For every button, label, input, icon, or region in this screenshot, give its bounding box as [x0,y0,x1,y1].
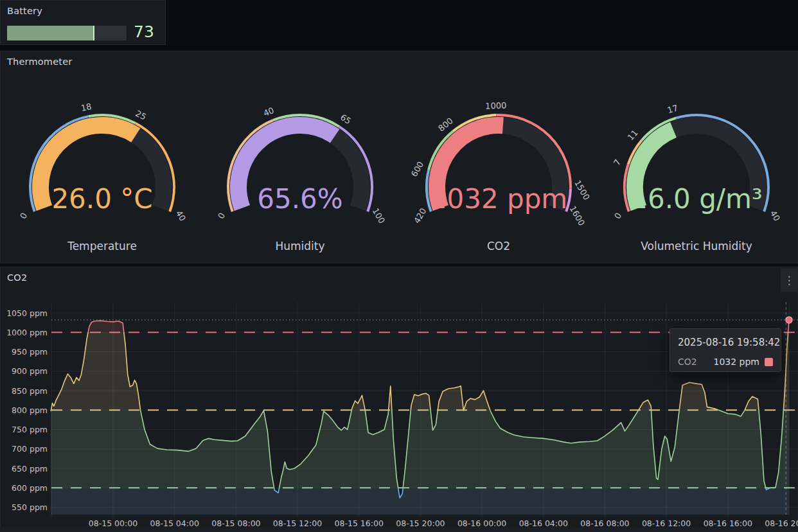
x-axis-label: 08-15 12:00 [273,519,322,528]
x-axis-label: 08-16 08:00 [580,519,629,528]
x-axis-label: 08-15 16:00 [335,519,384,528]
y-axis-label: 700 ppm [12,444,48,454]
y-axis-label: 800 ppm [12,405,48,415]
hovered-point-marker [786,317,792,323]
x-axis-label: 08-16 16:00 [704,519,752,528]
gauge-value: 1032 ppm [430,183,567,215]
co2-panel: CO2 ⋮ 550 ppm600 ppm650 ppm700 ppm750 pp… [0,267,798,532]
gauge-title: Volumetric Humidity [597,240,796,253]
gauge-title: CO2 [399,240,598,253]
x-axis-label: 08-16 04:00 [519,519,568,528]
y-axis-label: 850 ppm [12,386,48,396]
x-axis-label: 08-15 04:00 [150,519,199,528]
gauge-tick-label: 40 [768,209,782,223]
y-axis-label: 750 ppm [12,425,48,434]
battery-bar-track [7,26,127,40]
y-axis-label: 1050 ppm [6,308,48,318]
gauge-co2: 4206008001000150016001032 ppm CO2 [399,77,598,263]
gauge-tick-label: 11 [626,128,640,142]
dashboard: Battery 73 Thermometer 018254026.0 °C Te… [0,0,798,532]
y-axis-label: 900 ppm [12,366,48,376]
gauge-value: 26.0 °C [51,183,152,215]
gauge-tick-label: 0 [216,211,227,221]
y-axis-label: 950 ppm [12,347,48,357]
gauge-tick-label: 420 [412,206,428,225]
gauge-title: Humidity [200,240,400,253]
gauge-tick-label: 1500 [572,179,592,202]
x-axis-label: 08-16 20:00 [765,519,798,528]
x-axis-label: 08-16 12:00 [642,519,691,528]
y-axis-label: 550 ppm [12,502,48,512]
gauge-tick-label: 18 [80,102,93,113]
tooltip-series-name: CO2 [678,357,697,367]
tooltip-series-row: CO2 1032 ppm [678,357,773,367]
gauge-value: 65.6% [257,183,342,215]
gauge-tick-label: 40 [174,209,188,223]
tooltip-series-value: 1032 ppm [714,357,760,367]
gauge-tick-label: 0 [612,211,623,221]
x-axis-label: 08-15 08:00 [211,519,260,528]
gauge-humidity: 0406510065.6% Humidity [200,77,400,263]
battery-panel: Battery 73 [0,0,166,45]
horizontal-scrollbar-track[interactable] [0,528,798,532]
gauge-value: 16.0 g/m³ [630,183,762,215]
gauge-temperature: 018254026.0 °C Temperature [3,77,202,263]
battery-value: 73 [128,22,160,41]
gauge-tick-label: 600 [409,160,425,179]
y-axis-label: 600 ppm [12,483,48,493]
chart-tooltip: 2025-08-16 19:58:42 CO2 1032 ppm [669,328,781,372]
gauge-volumetric-humidity: 0711174016.0 g/m³ Volumetric Humidity [597,77,796,263]
gauge-tick-label: 0 [18,211,29,221]
co2-timeseries-chart[interactable]: 550 ppm600 ppm650 ppm700 ppm750 ppm800 p… [1,267,798,532]
gauge-tick-label: 1600 [568,204,587,227]
gauge-tick-label: 25 [134,109,148,122]
gauge-tick-label: 7 [612,157,623,167]
y-axis-label: 1000 ppm [6,328,48,337]
battery-bar-fill [7,26,94,40]
gauge-tick-label: 1000 [485,101,507,111]
battery-panel-title: Battery [7,6,42,16]
gauge-tick-label: 40 [262,105,276,118]
thermometer-panel-title: Thermometer [7,57,72,67]
y-axis-label: 650 ppm [12,464,48,474]
gauge-tick-label: 65 [339,112,353,127]
thermometer-panel: Thermometer 018254026.0 °C Temperature04… [0,51,798,263]
gauge-tick-label: 17 [666,103,679,115]
x-axis-label: 08-16 00:00 [457,519,506,528]
x-axis-label: 08-15 20:00 [396,519,445,528]
tooltip-timestamp: 2025-08-16 19:58:42 [678,337,773,348]
tooltip-series-swatch [765,358,773,366]
x-axis-label: 08-15 00:00 [89,519,137,528]
gauge-title: Temperature [3,240,202,253]
battery-bar-peak [93,26,94,40]
gauge-tick-label: 100 [371,206,387,225]
